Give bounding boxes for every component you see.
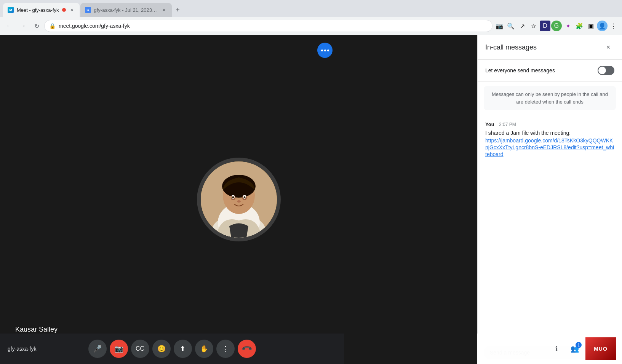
toolbar-left: gfy-asxa-fyk (8, 346, 36, 352)
main-content: Kausar Salley gfy-asxa-fyk 🎤 📷 CC 😊 ⬆ (0, 35, 622, 364)
message-link[interactable]: https://jamboard.google.com/d/18TsKkO3ky… (485, 137, 614, 157)
meeting-code: gfy-asxa-fyk (8, 346, 36, 352)
svg-point-11 (237, 200, 241, 203)
ext-d-icon[interactable]: D (540, 21, 550, 31)
message-time: 3:07 PM (499, 122, 516, 127)
reload-button[interactable]: ↻ (30, 20, 43, 32)
mic-button[interactable]: 🎤 (88, 340, 107, 358)
chat-info-box: Messages can only be seen by people in t… (484, 86, 616, 110)
chat-info-text: Messages can only be seen by people in t… (492, 91, 608, 105)
tab-bar: M Meet - gfy-asxa-fyk ✕ C gfy-asxa-fyk -… (0, 0, 622, 17)
ext-g-icon[interactable]: G (551, 21, 562, 31)
video-area: Kausar Salley gfy-asxa-fyk 🎤 📷 CC 😊 ⬆ (0, 35, 477, 364)
message-text: I shared a Jam file with the meeting: (485, 129, 614, 137)
chat-messages: You 3:07 PM I shared a Jam file with the… (478, 115, 622, 341)
calendar-tab-close[interactable]: ✕ (161, 7, 167, 13)
muo-logo[interactable]: MUO (585, 337, 616, 360)
nav-actions: 📷 🔍 ↗ ☆ D G ✦ 🧩 ▣ 👤 ⋮ (494, 21, 619, 31)
participant-avatar (201, 161, 277, 238)
participant-avatar-container (197, 158, 281, 241)
message-item: You 3:07 PM I shared a Jam file with the… (485, 121, 614, 158)
back-button[interactable]: ← (3, 20, 15, 32)
chat-toggle-section: Let everyone send messages (478, 60, 622, 81)
people-button[interactable]: 👥 1 (567, 341, 582, 356)
share-icon[interactable]: ↗ (517, 21, 528, 31)
more-options-button[interactable] (317, 43, 333, 58)
new-tab-button[interactable]: + (173, 5, 183, 15)
captions-button[interactable]: CC (131, 340, 149, 358)
chat-panel: In-call messages × Let everyone send mes… (477, 35, 622, 364)
calendar-tab-title: gfy-asxa-fyk - Jul 21, 2023 - Goo... (94, 7, 158, 13)
calendar-favicon: C (85, 7, 91, 13)
calendar-tab[interactable]: C gfy-asxa-fyk - Jul 21, 2023 - Goo... ✕ (80, 3, 172, 17)
bookmark-icon[interactable]: ☆ (528, 21, 539, 31)
participant-photo (201, 161, 277, 238)
meet-favicon: M (8, 7, 14, 13)
camera-button[interactable]: 📷 (110, 340, 128, 358)
people-badge: 1 (576, 342, 582, 348)
more-controls-button[interactable]: ⋮ (216, 340, 235, 358)
end-call-button[interactable]: 📞 (234, 336, 260, 362)
raise-hand-button[interactable]: ✋ (195, 340, 213, 358)
search-icon[interactable]: 🔍 (505, 21, 516, 31)
browser-chrome: M Meet - gfy-asxa-fyk ✕ C gfy-asxa-fyk -… (0, 0, 622, 35)
ext-puzzle-icon[interactable]: 🧩 (574, 21, 585, 31)
toolbar-center: 🎤 📷 CC 😊 ⬆ ✋ ⋮ 📞 (88, 340, 256, 358)
emoji-button[interactable]: 😊 (152, 340, 171, 358)
info-icon: ℹ (555, 345, 558, 353)
bottom-right-bar: ℹ 👥 1 MUO (477, 334, 622, 364)
chrome-menu-icon[interactable]: ⋮ (608, 21, 619, 31)
meet-tab[interactable]: M Meet - gfy-asxa-fyk ✕ (3, 3, 80, 17)
participant-name: Kausar Salley (15, 326, 58, 334)
info-button[interactable]: ℹ (549, 341, 564, 356)
camera-icon[interactable]: 📷 (494, 21, 505, 31)
lock-icon: 🔒 (49, 23, 56, 29)
muo-text: MUO (594, 346, 608, 352)
address-bar[interactable]: 🔒 meet.google.com/gfy-asxa-fyk (44, 20, 492, 32)
ext-star-icon[interactable]: ✦ (563, 21, 573, 31)
bottom-toolbar: gfy-asxa-fyk 🎤 📷 CC 😊 ⬆ ✋ ⋮ (0, 334, 344, 364)
message-header: You 3:07 PM (485, 121, 614, 128)
chat-panel-title: In-call messages (485, 43, 537, 51)
three-dots-icon (321, 49, 329, 51)
chat-close-button[interactable]: × (602, 41, 614, 53)
chat-header: In-call messages × (478, 35, 622, 60)
meet-tab-close[interactable]: ✕ (69, 7, 75, 13)
meet-tab-title: Meet - gfy-asxa-fyk (17, 7, 59, 13)
message-sender: You (485, 121, 494, 127)
nav-bar: ← → ↻ 🔒 meet.google.com/gfy-asxa-fyk 📷 🔍… (0, 17, 622, 35)
user-avatar[interactable]: 👤 (597, 21, 608, 31)
present-button[interactable]: ⬆ (174, 340, 192, 358)
address-text: meet.google.com/gfy-asxa-fyk (59, 23, 488, 29)
camera-off-icon: 📷 (115, 345, 123, 353)
toggle-label: Let everyone send messages (485, 67, 555, 73)
everyone-send-toggle[interactable] (598, 66, 614, 75)
ext-sidebar-icon[interactable]: ▣ (585, 21, 596, 31)
recording-dot (62, 8, 66, 12)
forward-button[interactable]: → (17, 20, 29, 32)
svg-point-10 (243, 196, 245, 198)
toggle-knob (598, 67, 606, 74)
svg-point-9 (232, 196, 234, 198)
